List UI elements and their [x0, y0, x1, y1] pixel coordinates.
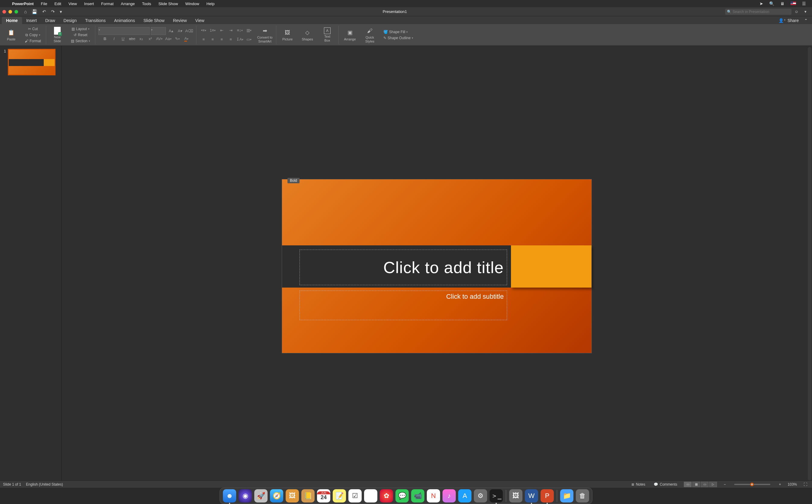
window-minimize-button[interactable] [8, 10, 12, 14]
new-slide-button[interactable]: + New Slide [49, 25, 65, 45]
feedback-smiley-icon[interactable]: ☺ [791, 9, 801, 14]
shape-fill-button[interactable]: 🪣Shape Fill [381, 29, 410, 35]
title-placeholder[interactable]: Click to add title [299, 250, 507, 285]
slide-thumbnail-1[interactable] [8, 49, 55, 75]
language-status[interactable]: English (United States) [26, 482, 63, 487]
menu-format[interactable]: Format [97, 2, 117, 6]
vertical-scrollbar[interactable] [808, 47, 811, 480]
slide[interactable]: Click to add title Click to add subtitle [282, 179, 592, 353]
menubar-appname[interactable]: PowerPoint [8, 2, 37, 6]
menu-help[interactable]: Help [203, 2, 218, 6]
tab-design[interactable]: Design [59, 17, 81, 24]
layout-button[interactable]: ▥Layout [70, 26, 91, 32]
undo-icon[interactable]: ↶ [40, 9, 49, 14]
font-family-combo[interactable] [98, 27, 150, 35]
tab-home[interactable]: Home [2, 17, 22, 24]
zoom-out-button[interactable]: − [722, 482, 728, 487]
shapes-button[interactable]: ◇ Shapes [299, 25, 315, 45]
quick-styles-button[interactable]: 🖌 Quick Styles [362, 25, 378, 45]
zoom-in-button[interactable]: + [777, 482, 783, 487]
font-size-combo[interactable] [151, 27, 166, 35]
messages-icon[interactable]: 💬 [395, 489, 409, 502]
siri-remote-icon[interactable]: ➤ [757, 1, 766, 6]
trash-icon[interactable]: 🗑 [576, 489, 589, 502]
subscript-button[interactable]: x₂ [137, 35, 145, 43]
copy-button[interactable]: ⧉Copy [24, 32, 42, 38]
search-input[interactable] [733, 10, 790, 14]
highlight-color-button[interactable]: ✎ [173, 35, 181, 43]
finder-icon[interactable]: ☻ [223, 489, 236, 502]
strikethrough-button[interactable]: abc [128, 35, 136, 43]
sorter-view-button[interactable]: ▦ [692, 482, 700, 487]
zoom-slider-thumb[interactable] [750, 483, 754, 486]
tab-view[interactable]: View [191, 17, 208, 24]
display-icon[interactable]: 🖥 [777, 1, 788, 6]
calendar-icon[interactable]: JUN 24 [317, 489, 330, 502]
tab-draw[interactable]: Draw [41, 17, 59, 24]
text-direction-button[interactable]: ↧A [235, 35, 244, 44]
fit-to-window-button[interactable]: ⛶ [802, 482, 809, 487]
window-zoom-button[interactable] [14, 10, 18, 14]
numbering-button[interactable]: 1≡ [208, 26, 217, 35]
arrange-button[interactable]: ▣ Arrange [342, 25, 358, 45]
clear-formatting-icon[interactable]: A⌫ [185, 27, 193, 35]
bold-button[interactable]: B [101, 35, 109, 43]
slideshow-view-button[interactable]: ▷ [709, 482, 717, 487]
window-close-button[interactable] [2, 10, 6, 14]
character-spacing-button[interactable]: AV [155, 35, 163, 43]
align-text-button[interactable]: ▭ [245, 35, 253, 44]
powerpoint-icon[interactable]: P [541, 489, 554, 502]
contacts-icon[interactable]: 📒 [301, 489, 314, 502]
shape-outline-button[interactable]: ✎Shape Outline [381, 35, 415, 41]
convert-to-smartart-button[interactable]: ➡ Convert to SmartArt [257, 25, 273, 45]
increase-font-icon[interactable]: A▴ [167, 27, 175, 35]
downloads-icon[interactable]: 📁 [560, 489, 574, 502]
appstore-icon[interactable]: A [458, 489, 472, 502]
menu-view[interactable]: View [65, 2, 81, 6]
menu-slideshow[interactable]: Slide Show [155, 2, 182, 6]
slide-canvas-area[interactable]: Bold Click to add title Click to add sub… [62, 46, 812, 482]
picture-button[interactable]: 🖼 Picture [279, 25, 295, 45]
menu-file[interactable]: File [37, 2, 51, 6]
align-right-button[interactable]: ≡ [217, 35, 226, 44]
align-left-button[interactable]: ≡ [199, 35, 208, 44]
tab-review[interactable]: Review [169, 17, 191, 24]
change-case-button[interactable]: Aa [164, 35, 172, 43]
menu-window[interactable]: Window [182, 2, 203, 6]
preview-icon[interactable]: 🖼 [286, 489, 299, 502]
underline-button[interactable]: U [119, 35, 127, 43]
terminal-icon[interactable]: ＞_ [490, 489, 503, 502]
zoom-percent[interactable]: 103% [788, 482, 797, 487]
qat-customize-icon[interactable]: ▾ [57, 9, 65, 14]
text-box-button[interactable]: A Text Box [319, 25, 335, 45]
save-icon[interactable]: 💾 [29, 9, 40, 14]
normal-view-button[interactable]: ▭ [684, 482, 692, 487]
bullets-button[interactable]: •≡ [199, 26, 208, 35]
zoom-slider[interactable] [734, 484, 770, 485]
subtitle-placeholder[interactable]: Click to add subtitle [299, 291, 507, 320]
comments-toggle[interactable]: 💬Comments [652, 482, 679, 487]
reminders-icon[interactable]: ☑ [348, 489, 362, 502]
tab-transitions[interactable]: Transitions [81, 17, 110, 24]
control-center-icon[interactable]: ☰ [799, 1, 809, 6]
news-icon[interactable]: N [427, 489, 440, 502]
siri-icon[interactable]: ◉ [238, 489, 252, 502]
notes-icon[interactable]: 📝 [333, 489, 346, 502]
recent-item-icon[interactable]: 🖼 [509, 489, 523, 502]
menu-arrange[interactable]: Arrange [117, 2, 138, 6]
reset-button[interactable]: ↺Reset [72, 32, 89, 38]
tab-animations[interactable]: Animations [110, 17, 139, 24]
section-button[interactable]: ▤Section [69, 38, 92, 44]
notes-toggle[interactable]: ≣Notes [630, 482, 647, 487]
tab-slideshow[interactable]: Slide Show [139, 17, 169, 24]
launchpad-icon[interactable]: 🚀 [254, 489, 267, 502]
paste-button[interactable]: 📋 Paste [3, 25, 19, 45]
decrease-indent-button[interactable]: ⇤ [217, 26, 226, 35]
format-painter-button[interactable]: 🖌Format [23, 38, 43, 44]
search-in-presentation[interactable]: 🔍 [725, 9, 791, 15]
photos-icon[interactable]: ✿ [380, 489, 393, 502]
spotlight-icon[interactable]: 🔍 [766, 1, 777, 6]
decrease-font-icon[interactable]: A▾ [176, 27, 184, 35]
music-icon[interactable]: ♪ [443, 489, 456, 502]
redo-icon[interactable]: ↷ [49, 9, 57, 14]
